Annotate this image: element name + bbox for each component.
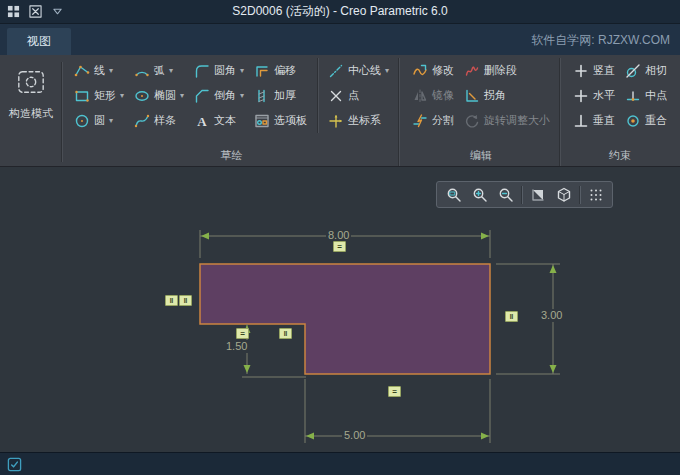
- ribbon-button-corner[interactable]: 拐角: [459, 83, 555, 108]
- line-icon: [74, 63, 90, 79]
- dimension-step-height[interactable]: 1.50: [224, 340, 249, 353]
- sketch-canvas[interactable]: 8.00 3.00 1.50 5.00 ‖‖‖=‖==: [0, 167, 680, 452]
- creo-window: S2D0006 (活动的) - Creo Parametric 6.0 视图 软…: [0, 0, 680, 475]
- ribbon: 构造模式 线▾矩形▾圆▾弧▾椭圆▾样条圆角▾倒角▾A文本偏移加厚选项板中心线▾点…: [0, 55, 680, 167]
- grid-snap-button[interactable]: [583, 183, 608, 206]
- display-style-icon: [556, 187, 572, 203]
- ribbon-button-line[interactable]: 线▾: [69, 58, 129, 83]
- tab-view[interactable]: 视图: [7, 28, 71, 55]
- ribbon-button-midpoint[interactable]: 中点: [620, 83, 672, 108]
- ribbon-button-label: 文本: [214, 113, 236, 128]
- vertical-constraint-step[interactable]: ‖: [279, 328, 292, 339]
- sketch-viewport[interactable]: [0, 167, 680, 452]
- quick-access-dropdown-icon[interactable]: [51, 5, 64, 18]
- ribbon-group-编辑: 修改镜像分割删除段拐角旋转调整大小编辑: [398, 58, 559, 166]
- ribbon-button-label: 垂直: [593, 113, 615, 128]
- chevron-down-icon[interactable]: ▾: [109, 66, 113, 75]
- construction-mode-button[interactable]: 构造模式: [4, 58, 58, 166]
- ribbon-group-label: 编辑: [407, 146, 555, 164]
- ribbon-button-label: 坐标系: [348, 113, 381, 128]
- mirror-icon: [412, 88, 428, 104]
- point-icon: [328, 88, 344, 104]
- vertical-constraint-left-2[interactable]: ‖: [179, 295, 192, 306]
- selection-filter-icon[interactable]: [7, 457, 22, 472]
- titlebar-icons: [0, 5, 64, 18]
- dimension-right-height[interactable]: 3.00: [539, 309, 564, 322]
- text-icon: A: [194, 113, 210, 129]
- ribbon-button-palette[interactable]: 选项板: [249, 108, 312, 133]
- chevron-down-icon[interactable]: ▾: [240, 66, 244, 75]
- ribbon-button-label: 水平: [593, 88, 615, 103]
- chevron-down-icon[interactable]: ▾: [180, 91, 184, 100]
- ribbon-button-label: 重合: [645, 113, 667, 128]
- toolbar-separator: [579, 186, 580, 204]
- ribbon-separator: [61, 62, 62, 162]
- display-style-button[interactable]: [551, 183, 576, 206]
- close-window-icon[interactable]: [29, 5, 42, 18]
- zoom-refit-button[interactable]: [441, 183, 466, 206]
- ribbon-button-label: 圆: [94, 113, 105, 128]
- repaint-icon: [530, 187, 546, 203]
- horizontal-icon: [573, 88, 589, 104]
- tangent-icon: [625, 63, 641, 79]
- vertical-icon: [573, 63, 589, 79]
- zoom-out-button[interactable]: [493, 183, 518, 206]
- ribbon-button-vertical[interactable]: 竖直: [568, 58, 620, 83]
- ribbon-group-label: 草绘: [69, 146, 394, 164]
- chevron-down-icon[interactable]: ▾: [169, 66, 173, 75]
- repaint-button[interactable]: [525, 183, 550, 206]
- ribbon-button-rectangle[interactable]: 矩形▾: [69, 83, 129, 108]
- ribbon-button-perpendicular[interactable]: 垂直: [568, 108, 620, 133]
- ribbon-button-horizontal[interactable]: 水平: [568, 83, 620, 108]
- ribbon-button-mirror: 镜像: [407, 83, 459, 108]
- zoom-out-icon: [498, 187, 514, 203]
- modify-icon: [412, 63, 428, 79]
- rectangle-icon: [74, 88, 90, 104]
- vertical-constraint-left-1[interactable]: ‖: [165, 295, 178, 306]
- ribbon-button-csys[interactable]: 坐标系: [323, 108, 394, 133]
- ribbon-button-tangent[interactable]: 相切: [620, 58, 672, 83]
- zoom-in-button[interactable]: [467, 183, 492, 206]
- horizontal-constraint-top[interactable]: =: [333, 241, 346, 252]
- svg-text:A: A: [197, 114, 207, 129]
- ribbon-button-delete-segment[interactable]: 删除段: [459, 58, 555, 83]
- horizontal-constraint-step[interactable]: =: [236, 328, 249, 339]
- app-grid-icon[interactable]: [7, 5, 20, 18]
- ribbon-button-thicken[interactable]: 加厚: [249, 83, 312, 108]
- ribbon-button-chamfer[interactable]: 倒角▾: [189, 83, 249, 108]
- zoom-in-icon: [472, 187, 488, 203]
- ribbon-button-label: 圆角: [214, 63, 236, 78]
- ribbon-button-label: 倒角: [214, 88, 236, 103]
- construction-mode-label: 构造模式: [9, 106, 53, 121]
- ribbon-groups: 线▾矩形▾圆▾弧▾椭圆▾样条圆角▾倒角▾A文本偏移加厚选项板中心线▾点坐标系草绘…: [65, 58, 676, 166]
- ribbon-button-point[interactable]: 点: [323, 83, 394, 108]
- ribbon-button-modify[interactable]: 修改: [407, 58, 459, 83]
- ribbon-tab-bar: 视图 软件自学网: RJZXW.COM: [0, 24, 680, 55]
- ribbon-button-spline[interactable]: 样条: [129, 108, 189, 133]
- chevron-down-icon[interactable]: ▾: [120, 91, 124, 100]
- ribbon-button-circle[interactable]: 圆▾: [69, 108, 129, 133]
- ribbon-button-fillet[interactable]: 圆角▾: [189, 58, 249, 83]
- ribbon-button-divide[interactable]: 分割: [407, 108, 459, 133]
- ribbon-button-label: 加厚: [274, 88, 296, 103]
- zoom-refit-icon: [446, 187, 462, 203]
- horizontal-constraint-bottom[interactable]: =: [388, 386, 401, 397]
- ribbon-button-ellipse[interactable]: 椭圆▾: [129, 83, 189, 108]
- ribbon-button-text[interactable]: A文本: [189, 108, 249, 133]
- chevron-down-icon[interactable]: ▾: [240, 91, 244, 100]
- ribbon-group-label: 约束: [568, 146, 672, 164]
- ribbon-button-centerline[interactable]: 中心线▾: [323, 58, 394, 83]
- grid-snap-icon: [588, 187, 604, 203]
- construction-mode-icon: [16, 67, 46, 97]
- chevron-down-icon[interactable]: ▾: [385, 66, 389, 75]
- ribbon-button-label: 线: [94, 63, 105, 78]
- vertical-constraint-right[interactable]: ‖: [505, 311, 518, 322]
- ribbon-button-coincident[interactable]: 重合: [620, 108, 672, 133]
- ribbon-button-label: 偏移: [274, 63, 296, 78]
- chevron-down-icon[interactable]: ▾: [109, 116, 113, 125]
- sketch-polygon[interactable]: [200, 264, 490, 374]
- dimension-bottom-width[interactable]: 5.00: [342, 429, 367, 442]
- ribbon-button-arc[interactable]: 弧▾: [129, 58, 189, 83]
- ribbon-button-offset[interactable]: 偏移: [249, 58, 312, 83]
- view-toolbar: [436, 181, 613, 208]
